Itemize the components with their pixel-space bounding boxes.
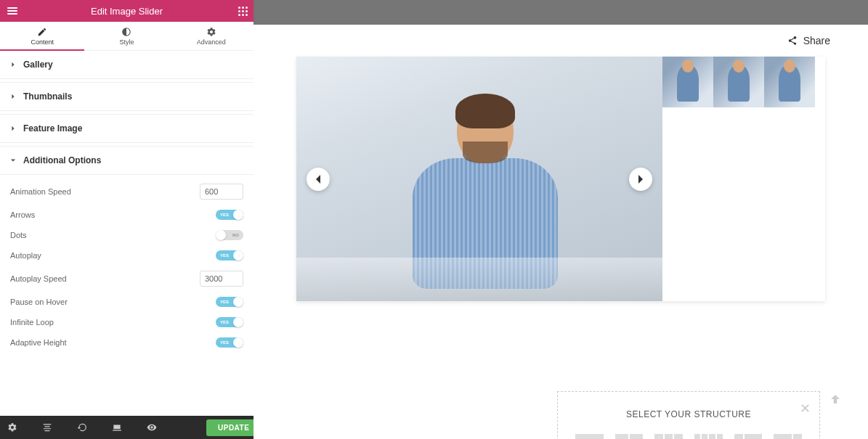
tab-content[interactable]: Content [0, 22, 84, 50]
option-adaptive-height: Adaptive Height YES [0, 332, 253, 353]
section-thumbnails[interactable]: Thumbnails [0, 83, 253, 110]
sidebar-tabs: Content Style Advanced [0, 22, 253, 51]
option-label: Adaptive Height [10, 338, 67, 347]
animation-speed-input[interactable] [200, 184, 243, 200]
editor-canvas: Share ✕ SELECT YOUR STRUCTURE [253, 25, 868, 439]
image-slider-widget[interactable] [296, 57, 825, 301]
arrow-up-icon [829, 393, 842, 406]
share-icon [787, 36, 798, 46]
autoplay-toggle[interactable]: YES [216, 250, 243, 260]
menu-icon[interactable] [0, 7, 25, 15]
share-label: Share [803, 35, 830, 46]
autoplay-speed-input[interactable] [200, 271, 243, 287]
adaptive-toggle[interactable]: YES [216, 337, 243, 348]
structure-1col[interactable] [575, 434, 604, 439]
option-pause-on-hover: Pause on Hover YES [0, 292, 253, 312]
section-gallery[interactable]: Gallery [0, 51, 253, 78]
option-autoplay: Autoplay YES [0, 245, 253, 266]
gear-icon [206, 27, 216, 37]
apps-grid-icon[interactable] [238, 7, 248, 16]
infinite-toggle[interactable]: YES [216, 317, 243, 327]
structure-title: SELECT YOUR STRUCTURE [575, 409, 802, 419]
tab-style[interactable]: Style [84, 22, 169, 50]
option-label: Arrows [10, 210, 35, 219]
thumbnail-2[interactable] [713, 57, 764, 107]
section-label: Feature Image [23, 123, 82, 134]
option-label: Pause on Hover [10, 298, 68, 306]
caret-down-icon [10, 155, 16, 165]
preview-icon[interactable] [147, 422, 157, 432]
pencil-icon [37, 27, 47, 37]
option-autoplay-speed: Autoplay Speed [0, 266, 253, 292]
settings-icon[interactable] [7, 422, 17, 432]
option-animation-speed: Animation Speed [0, 179, 253, 205]
slider-next-button[interactable] [629, 168, 652, 191]
structure-1-2[interactable] [734, 434, 763, 439]
history-icon[interactable] [77, 422, 87, 432]
option-label: Autoplay [10, 251, 41, 260]
structure-3col[interactable] [654, 434, 683, 439]
section-label: Gallery [23, 60, 53, 70]
section-label: Thumbnails [23, 91, 72, 102]
option-arrows: Arrows YES [0, 205, 253, 225]
arrows-toggle[interactable]: YES [216, 210, 243, 220]
pause-toggle[interactable]: YES [216, 297, 243, 307]
contrast-icon [121, 27, 131, 37]
dots-toggle[interactable]: NO [216, 230, 243, 240]
structure-2-1[interactable] [774, 434, 802, 439]
slider-thumbnails [662, 57, 825, 107]
structure-4col[interactable] [694, 434, 723, 439]
settings-sidebar: Edit Image Slider Content Style Advanced… [0, 0, 253, 416]
section-additional-options[interactable]: Additional Options [0, 147, 253, 174]
caret-right-icon [10, 60, 16, 70]
section-label: Additional Options [23, 155, 101, 165]
sidebar-title: Edit Image Slider [0, 6, 253, 17]
tab-advanced[interactable]: Advanced [169, 22, 253, 50]
caret-right-icon [10, 91, 16, 102]
close-icon[interactable]: ✕ [800, 401, 811, 417]
thumbnail-1[interactable] [662, 57, 713, 107]
scroll-to-top-button[interactable] [829, 393, 842, 409]
share-button[interactable]: Share [253, 25, 868, 57]
tab-label: Style [119, 38, 134, 46]
sidebar-header: Edit Image Slider [0, 0, 253, 22]
tab-label: Content [31, 38, 54, 46]
structure-2col[interactable] [615, 434, 644, 439]
section-feature-image[interactable]: Feature Image [0, 115, 253, 142]
option-label: Dots [10, 231, 27, 239]
tab-label: Advanced [197, 38, 226, 46]
option-label: Infinite Loop [10, 318, 54, 327]
bottom-toolbar: UPDATE [0, 416, 253, 439]
option-label: Animation Speed [10, 187, 71, 196]
navigator-icon[interactable] [42, 422, 52, 432]
structure-selector: ✕ SELECT YOUR STRUCTURE [557, 391, 820, 439]
option-label: Autoplay Speed [10, 274, 67, 283]
option-infinite-loop: Infinite Loop YES [0, 312, 253, 332]
chevron-right-icon [637, 174, 644, 184]
responsive-icon[interactable] [112, 422, 122, 432]
chevron-left-icon [315, 174, 322, 184]
option-dots: Dots NO [0, 225, 253, 245]
slider-prev-button[interactable] [307, 168, 330, 191]
slide-main-image [296, 57, 662, 301]
caret-right-icon [10, 123, 16, 134]
thumbnail-3[interactable] [764, 57, 815, 107]
